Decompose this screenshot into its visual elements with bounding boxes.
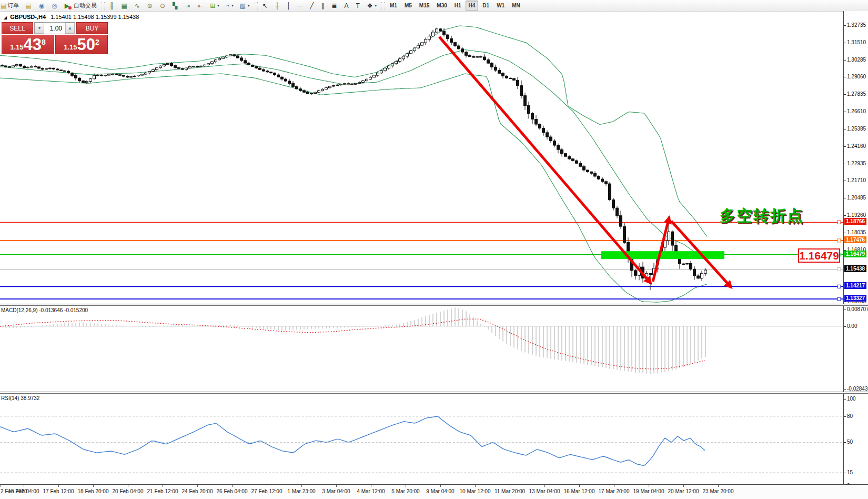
price-tick-label: 1.20485 — [847, 195, 866, 201]
time-label: 10 Mar 12:00 — [460, 488, 491, 494]
candlestick-chart-button[interactable]: ▦ — [118, 1, 130, 11]
autotrading-button[interactable]: ▶ 自动交易 — [62, 1, 99, 11]
macd-pane[interactable] — [0, 305, 843, 392]
price-chart-pane[interactable] — [0, 12, 843, 304]
hline-handle[interactable] — [837, 221, 841, 224]
shapes-icon: ❖ — [367, 3, 373, 9]
autotrading-label: 自动交易 — [74, 2, 97, 9]
vertical-line-button[interactable]: │ — [284, 1, 295, 11]
timeframe-d1-button[interactable]: D1 — [479, 1, 492, 11]
line-chart-button[interactable]: ∿ — [132, 1, 144, 11]
time-label: 4 Mar 12:00 — [357, 488, 385, 494]
text-button[interactable]: A — [341, 1, 352, 11]
time-label: 27 Feb 12:00 — [251, 488, 282, 494]
periods-button[interactable]: ◔▾ — [223, 1, 236, 11]
price-badge-1.18766: 1.18766 — [844, 218, 866, 225]
trend-arrow-1[interactable] — [439, 37, 651, 283]
axis-tick — [844, 77, 846, 77]
channel-icon: ∥ — [321, 3, 324, 9]
timeframe-m1-button[interactable]: M1 — [387, 1, 400, 11]
zoom-in-button[interactable]: ⊕ — [145, 1, 156, 11]
time-label: 3 Mar 04:00 — [322, 488, 350, 494]
broadcast-button[interactable]: ◎ — [49, 1, 60, 11]
sell-button[interactable]: SELL — [2, 22, 33, 34]
new-order-button[interactable]: ▤ 订单 — [0, 1, 22, 11]
rsi-pane[interactable] — [0, 393, 843, 484]
price-tick-label: 1.18035 — [847, 229, 866, 235]
chevron-down-icon: ▾ — [375, 4, 377, 8]
indicators-button[interactable]: ⊞▾ — [207, 1, 222, 11]
fibonacci-button[interactable]: ≣ — [329, 1, 340, 11]
toolbar-grip — [255, 2, 258, 9]
zoom-in-icon: ⊕ — [147, 3, 153, 9]
timeframe-m5-button[interactable]: M5 — [401, 1, 415, 11]
time-label: 13 Mar 04:00 — [529, 488, 560, 494]
pane-separator[interactable] — [0, 392, 868, 394]
top-toolbar: ▤ 订单 ▤◉◎ ▶ 自动交易 ╫▦∿⊕⊖▚⇥⇤⊞▾◔▾▧▾ ↖┼│─╱∥≣AT… — [0, 0, 868, 12]
shapes-button[interactable]: ❖▾ — [365, 1, 379, 11]
buy-price-display[interactable]: 1.15 50 2 — [55, 35, 108, 54]
price-axis[interactable]: 1.327351.315101.302851.290601.278351.266… — [843, 11, 868, 485]
timeframe-h4-button[interactable]: H4 — [466, 1, 479, 11]
time-tick — [440, 485, 441, 487]
time-tick — [510, 485, 510, 487]
time-label: 21 Feb 12:00 — [147, 488, 178, 494]
axis-tick — [844, 233, 846, 233]
time-label: 19 Mar 04:00 — [633, 488, 664, 494]
time-axis[interactable]: 2 Feb 202014 Feb 04:0017 Feb 12:0018 Feb… — [0, 484, 868, 499]
volume-decrease-button[interactable]: ▼ — [35, 23, 44, 34]
autotrading-status-dot — [68, 6, 72, 9]
volume-increase-button[interactable]: ▲ — [65, 23, 75, 34]
time-label: 26 Feb 04:00 — [217, 488, 248, 494]
chart-shift-button[interactable]: ⇤ — [195, 1, 206, 11]
pane-separator[interactable] — [0, 304, 868, 306]
price-badge-1.13327: 1.13327 — [844, 295, 866, 302]
new-order-button[interactable]: ▤ — [23, 1, 35, 11]
toolbar-drawing-tools: ↖┼│─╱∥≣AT❖▾ — [259, 1, 380, 11]
price-badge-1.17476: 1.17476 — [844, 236, 866, 243]
trendline-icon: ╱ — [310, 3, 314, 9]
timeframe-m15-button[interactable]: M15 — [416, 1, 432, 11]
toolbar-chart-icons: ╫▦∿⊕⊖▚⇥⇤⊞▾◔▾▧▾ — [106, 1, 253, 11]
crosshair-button[interactable]: ┼ — [272, 1, 284, 11]
chevron-down-icon: ▾ — [248, 4, 250, 8]
cursor-icon: ↖ — [263, 3, 268, 9]
label-icon: T — [356, 3, 359, 9]
sell-price-display[interactable]: 1.15 43 8 — [2, 35, 54, 54]
buy-button[interactable]: BUY — [76, 22, 108, 34]
hline-handle[interactable] — [837, 239, 841, 242]
timeframe-h1-button[interactable]: H1 — [451, 1, 465, 11]
sell-price-pips: 43 — [24, 37, 42, 53]
timeframe-m30-button[interactable]: M30 — [433, 1, 450, 11]
toolbar-grip — [381, 2, 385, 9]
timeframe-w1-button[interactable]: W1 — [493, 1, 508, 11]
hline-handle[interactable] — [837, 285, 841, 288]
axis-tick — [844, 112, 846, 112]
timeframe-mn-button[interactable]: MN — [509, 1, 523, 11]
horizontal-line-icon: ─ — [298, 3, 303, 9]
accounts-button[interactable]: ◉ — [36, 1, 48, 11]
time-tick — [58, 485, 59, 487]
hline-handle[interactable] — [837, 253, 841, 256]
price-tick-label: 100 — [847, 396, 856, 402]
bar-chart-button[interactable]: ╫ — [107, 1, 118, 11]
time-tick — [649, 485, 649, 487]
templates-button[interactable]: ▧▾ — [237, 1, 253, 11]
time-tick — [267, 485, 267, 487]
zoom-out-button[interactable]: ⊖ — [157, 1, 169, 11]
hline-handle[interactable] — [837, 297, 841, 301]
chevron-down-icon: ▾ — [217, 4, 219, 8]
volume-input[interactable]: 1.00 — [44, 23, 65, 34]
accounts-icon: ◉ — [39, 3, 44, 9]
label-button[interactable]: T — [353, 1, 363, 11]
auto-scroll-button[interactable]: ⇥ — [182, 1, 194, 11]
axis-tick — [844, 310, 846, 310]
price-tick-label: -0.028436 — [847, 386, 868, 392]
hline-handle[interactable] — [837, 268, 841, 271]
channel-button[interactable]: ∥ — [318, 1, 328, 11]
horizontal-line-button[interactable]: ─ — [296, 1, 307, 11]
trend-arrow-2[interactable] — [653, 217, 669, 282]
trendline-button[interactable]: ╱ — [307, 1, 317, 11]
cursor-button[interactable]: ↖ — [260, 1, 271, 11]
tile-windows-button[interactable]: ▚ — [170, 1, 181, 11]
